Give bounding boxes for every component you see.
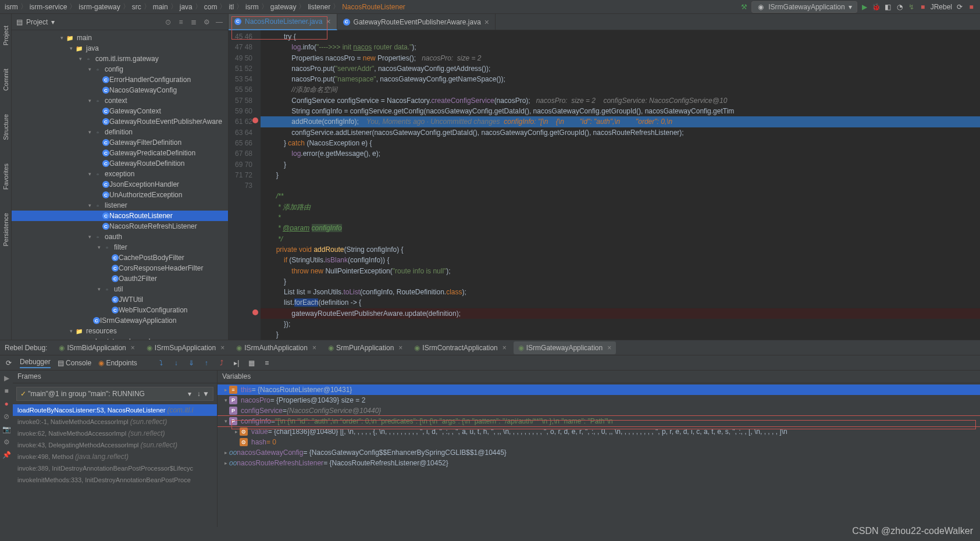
tree-com.itl.isrm.gateway[interactable]: ▾▫com.itl.isrm.gateway: [12, 54, 228, 64]
breakpoint-icon[interactable]: [252, 309, 258, 315]
breakpoint-icon[interactable]: [252, 118, 258, 123]
breadcrumb-item[interactable]: listener: [308, 3, 330, 11]
tree-ErrorHandlerConfiguration[interactable]: C ErrorHandlerConfiguration: [12, 74, 228, 85]
var-configService[interactable]: PconfigService = {NacosConfigService@104…: [218, 405, 980, 416]
mute-bp-icon[interactable]: ⊘: [2, 412, 10, 421]
side-tab-project[interactable]: Project: [2, 26, 9, 45]
side-tab-persistence[interactable]: Persistence: [2, 213, 9, 246]
tree-listener[interactable]: ▾▫listener: [12, 200, 228, 211]
var-nacosRouteRefreshListener[interactable]: ▸oo nacosRouteRefreshListener = {NacosRo…: [218, 458, 980, 468]
var-value[interactable]: ▸⊙value = {char[1836]@10480} [[, \n, , ,…: [218, 426, 980, 437]
force-step-icon[interactable]: ⇓: [187, 359, 195, 367]
tree-JWTUtil[interactable]: C JWTUtil: [12, 294, 228, 305]
side-tab-structure[interactable]: Structure: [2, 114, 9, 140]
frame-item[interactable]: invoke:43, DelegatingMethodAccessorImpl …: [13, 439, 217, 451]
tab-NacosRouteListener.java[interactable]: CNacosRouteListener.java×: [229, 14, 337, 30]
frame-item[interactable]: invoke:62, NativeMethodAccessorImpl (sun…: [13, 428, 217, 439]
tree-CachePostBodyFilter[interactable]: C CachePostBodyFilter: [12, 252, 228, 263]
select-opened-icon[interactable]: ⊙: [164, 18, 172, 26]
frame-item[interactable]: invoke0:-1, NativeMethodAccessorImpl (su…: [13, 416, 217, 428]
stop-icon[interactable]: ■: [919, 3, 927, 11]
tree-GatewayRouteDefinition[interactable]: C GatewayRouteDefinition: [12, 158, 228, 169]
profile-icon[interactable]: ◔: [896, 3, 904, 11]
runtab-ISrmBidApplication[interactable]: ◉ISrmBidApplication×: [54, 341, 139, 354]
frame-item[interactable]: invoke:498, Method (java.lang.reflect): [13, 451, 217, 462]
frame-item[interactable]: invokeInitMethods:333, InitDestroyAnnota…: [13, 474, 217, 486]
step-over-icon[interactable]: ⤵: [157, 359, 165, 367]
stop-icon[interactable]: ■: [2, 387, 10, 395]
tree-NacosRouteRefreshListener[interactable]: C NacosRouteRefreshListener: [12, 221, 228, 232]
tree-definition[interactable]: ▾▫definition: [12, 127, 228, 137]
resume-icon[interactable]: ▶: [2, 374, 10, 382]
run-to-cursor-icon[interactable]: ▸|: [233, 359, 241, 367]
pin-icon[interactable]: 📌: [2, 451, 10, 459]
gear-icon[interactable]: ⚙: [202, 18, 211, 26]
coverage-icon[interactable]: ◧: [884, 3, 892, 11]
build-icon[interactable]: ⚒: [740, 3, 748, 11]
breadcrumb-item[interactable]: com: [204, 3, 218, 11]
frame-list[interactable]: loadRouteByNacosListener:53, NacosRouteL…: [13, 404, 217, 527]
collapse-icon[interactable]: ≣: [190, 18, 198, 26]
side-tab-favorites[interactable]: Favorites: [2, 163, 9, 190]
breadcrumb-item[interactable]: itl: [229, 3, 234, 11]
run-icon[interactable]: ▶: [861, 3, 869, 11]
tree-bootstrap-dev.yml[interactable]: ⚙bootstrap-dev.yml: [12, 336, 228, 340]
gear-icon[interactable]: ⚙: [2, 438, 10, 446]
view-bp-icon[interactable]: ●: [2, 400, 10, 408]
thread-dropdown[interactable]: ✓ "main"@1 in group "main": RUNNING ▾ ↓ …: [16, 387, 213, 401]
breadcrumb-item[interactable]: isrm-service: [30, 3, 67, 11]
var-this[interactable]: ▸≡this = {NacosRouteListener@10431}: [218, 385, 980, 395]
close-icon[interactable]: ×: [326, 17, 330, 26]
tree-NacosGatewayConfig[interactable]: C NacosGatewayConfig: [12, 85, 228, 95]
thread-dump-icon[interactable]: 📷: [2, 425, 10, 433]
tree-NacosRouteListener[interactable]: C NacosRouteListener: [12, 211, 228, 221]
tree-WebFluxConfiguration[interactable]: C WebFluxConfiguration: [12, 305, 228, 315]
trace-icon[interactable]: ≡: [263, 359, 271, 367]
step-into-icon[interactable]: ↓: [172, 359, 180, 367]
tree-exception[interactable]: ▾▫exception: [12, 169, 228, 179]
code-area[interactable]: 45 46 47 48 49 50 51 52 53 54 55 56 57 5…: [229, 30, 980, 340]
expand-icon[interactable]: ≡: [177, 18, 185, 26]
tree-resources[interactable]: ▾📁resources: [12, 326, 228, 336]
hide-icon[interactable]: —: [215, 18, 223, 26]
jrebel-stop-icon[interactable]: ■: [967, 3, 975, 11]
tree-filter[interactable]: ▾▫filter: [12, 242, 228, 252]
tree-GatewayFilterDefinition[interactable]: C GatewayFilterDefinition: [12, 137, 228, 148]
breadcrumb-item[interactable]: isrm-gateway: [79, 3, 120, 11]
tree-util[interactable]: ▾▫util: [12, 284, 228, 294]
var-nacosGatewayConfig[interactable]: ▸oo nacosGatewayConfig = {NacosGatewayCo…: [218, 447, 980, 458]
tree-main[interactable]: ▾📁main: [12, 33, 228, 43]
jrebel-label[interactable]: JRebel: [931, 3, 952, 11]
tree-Oauth2Filter[interactable]: C Oauth2Filter: [12, 273, 228, 284]
breadcrumb-item[interactable]: main: [153, 3, 168, 11]
endpoints-tab[interactable]: ◉ Endpoints: [98, 359, 137, 367]
runtab-ISrmAuthApplication[interactable]: ◉ISrmAuthApplication×: [231, 341, 321, 354]
breadcrumb-item[interactable]: src: [132, 3, 141, 11]
breadcrumb-item[interactable]: java: [180, 3, 193, 11]
breadcrumb-item[interactable]: gateway: [270, 3, 297, 11]
run-config-dropdown[interactable]: ◉ ISrmGatewayApplication ▾: [751, 1, 857, 13]
drop-frame-icon[interactable]: ⤴: [218, 359, 226, 367]
tree-java[interactable]: ▾📁java: [12, 43, 228, 54]
attach-icon[interactable]: ↯: [907, 3, 915, 11]
breadcrumb-item[interactable]: NacosRouteListener: [342, 3, 405, 11]
tree-UnAuthorizedException[interactable]: C UnAuthorizedException: [12, 190, 228, 200]
runtab-SrmPurApplication[interactable]: ◉SrmPurApplication×: [323, 341, 407, 354]
frame-item[interactable]: loadRouteByNacosListener:53, NacosRouteL…: [13, 404, 217, 416]
var-configInfo[interactable]: ▾PconfigInfo = "[\n {\n "id": "auth",\n …: [218, 416, 980, 426]
step-out-icon[interactable]: ↑: [202, 359, 211, 367]
tree-GatewayPredicateDefinition[interactable]: C GatewayPredicateDefinition: [12, 148, 228, 158]
var-nacosPro[interactable]: ▾PnacosPro = {Properties@10439} size = 2: [218, 395, 980, 405]
side-tab-commit[interactable]: Commit: [2, 69, 9, 91]
tab-GatewayRouteEventPublisherAware.java[interactable]: CGatewayRouteEventPublisherAware.java×: [337, 14, 496, 30]
console-tab[interactable]: ▤ Console: [58, 359, 91, 367]
tree-config[interactable]: ▾▫config: [12, 64, 228, 74]
code-content[interactable]: try { log.info("---->>> init nacos route…: [261, 30, 980, 340]
project-tree[interactable]: ▾📁main▾📁java▾▫com.itl.isrm.gateway▾▫conf…: [12, 30, 228, 340]
tree-context[interactable]: ▾▫context: [12, 95, 228, 106]
tree-GatewayContext[interactable]: C GatewayContext: [12, 106, 228, 116]
breadcrumb-item[interactable]: isrm: [245, 3, 259, 11]
frame-item[interactable]: invoke:389, InitDestroyAnnotationBeanPos…: [13, 462, 217, 474]
breadcrumb-item[interactable]: isrm: [5, 3, 18, 11]
evaluate-icon[interactable]: ▦: [248, 359, 256, 367]
